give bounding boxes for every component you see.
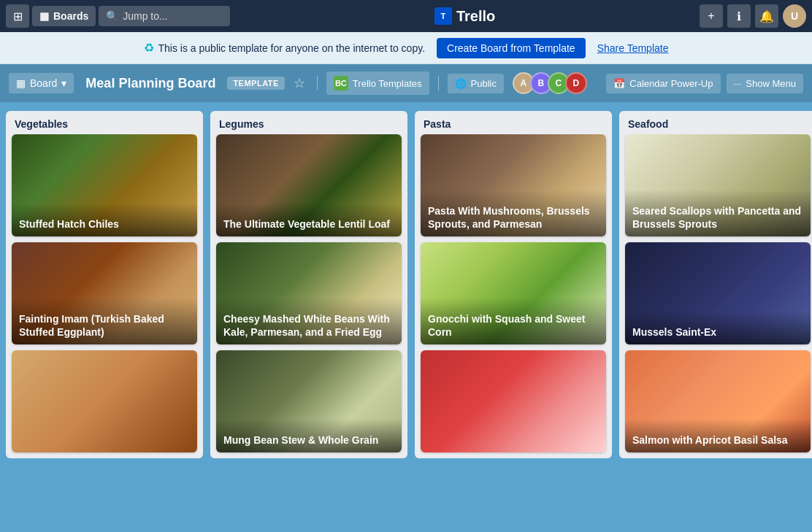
card-mussels[interactable]: Mussels Saint-Ex	[625, 242, 811, 344]
search-bar[interactable]: 🔍 Jump to...	[99, 6, 230, 26]
logo-text: Trello	[456, 8, 495, 25]
banner-message: ♻ This is a public template for anyone o…	[144, 41, 426, 55]
workspace-label: Trello Templates	[353, 78, 422, 89]
card-image-gnocchi: Gnocchi with Squash and Sweet Corn	[421, 242, 606, 344]
home-button[interactable]: ⊞	[6, 4, 29, 28]
card-scallops[interactable]: Seared Scallops with Pancetta and Brusse…	[625, 134, 811, 236]
visibility-button[interactable]: 🌐 Public	[448, 74, 504, 93]
card-title-eggplant: Fainting Imam (Turkish Baked Stuffed Egg…	[12, 298, 197, 344]
show-menu-label: Show Menu	[746, 78, 796, 89]
list-vegetables: VegetablesStuffed Hatch ChilesFainting I…	[6, 111, 203, 458]
card-image-pasta-mushroom: Pasta With Mushrooms, Brussels Sprouts, …	[421, 134, 606, 236]
list-cards-pasta: Pasta With Mushrooms, Brussels Sprouts, …	[415, 134, 612, 458]
top-navigation: ⊞ ▦ Boards 🔍 Jump to... T Trello + ℹ 🔔 U	[0, 0, 812, 32]
info-button[interactable]: ℹ	[727, 4, 751, 28]
card-pasta-bottom[interactable]	[421, 350, 606, 452]
card-mung-bean[interactable]: Mung Bean Stew & Whole Grain	[216, 350, 402, 452]
card-eggplant[interactable]: Fainting Imam (Turkish Baked Stuffed Egg…	[12, 242, 197, 344]
menu-dots-icon: ···	[734, 78, 742, 89]
calendar-label: Calendar Power-Up	[629, 78, 713, 89]
banner-text-content: This is a public template for anyone on …	[158, 42, 426, 54]
card-image-mung-bean: Mung Bean Stew & Whole Grain	[216, 350, 402, 452]
board-menu-button[interactable]: ▦ Board ▾	[9, 73, 74, 93]
board-title: Meal Planning Board	[80, 73, 221, 94]
card-pasta-mushroom[interactable]: Pasta With Mushrooms, Brussels Sprouts, …	[421, 134, 606, 236]
visibility-label: Public	[471, 78, 497, 89]
notifications-button[interactable]: 🔔	[755, 4, 778, 28]
calendar-icon: 📅	[613, 78, 625, 89]
list-cards-vegetables: Stuffed Hatch ChilesFainting Imam (Turki…	[6, 134, 203, 458]
search-icon: 🔍	[106, 10, 118, 22]
card-title-mussels: Mussels Saint-Ex	[625, 311, 811, 344]
boards-icon: ▦	[39, 10, 49, 22]
card-image-stuffed-chiles: Stuffed Hatch Chiles	[12, 134, 197, 236]
divider	[317, 76, 318, 90]
card-image-pasta-bottom	[421, 350, 606, 452]
list-seafood: SeafoodSeared Scallops with Pancetta and…	[619, 111, 812, 458]
card-lentil-loaf[interactable]: The Ultimate Vegetable Lentil Loaf	[216, 134, 402, 236]
board-icon: ▦	[16, 77, 26, 89]
list-legumes: LegumesThe Ultimate Vegetable Lentil Loa…	[210, 111, 407, 458]
card-gnocchi[interactable]: Gnocchi with Squash and Sweet Corn	[421, 242, 606, 344]
card-image-eggplant: Fainting Imam (Turkish Baked Stuffed Egg…	[12, 242, 197, 344]
logo-icon: T	[434, 7, 452, 25]
card-title-salmon: Salmon with Apricot Basil Salsa	[625, 419, 811, 452]
trello-logo: T Trello	[434, 7, 495, 25]
add-button[interactable]: +	[700, 4, 723, 28]
nav-center: T Trello	[233, 7, 697, 25]
search-placeholder: Jump to...	[123, 10, 167, 22]
card-white-beans[interactable]: Cheesy Mashed White Beans With Kale, Par…	[216, 242, 402, 344]
share-template-button[interactable]: Share Template	[597, 42, 669, 54]
user-avatar[interactable]: U	[783, 4, 806, 28]
workspace-icon: BC	[334, 76, 348, 90]
card-title-white-beans: Cheesy Mashed White Beans With Kale, Par…	[216, 298, 402, 344]
nav-actions: + ℹ 🔔 U	[700, 4, 806, 28]
globe-icon: 🌐	[455, 78, 467, 89]
workspace-button[interactable]: BC Trello Templates	[326, 72, 429, 95]
list-cards-legumes: The Ultimate Vegetable Lentil LoafCheesy…	[210, 134, 407, 458]
card-title-lentil-loaf: The Ultimate Vegetable Lentil Loaf	[216, 203, 402, 236]
list-header-pasta: Pasta	[415, 111, 612, 134]
card-title-mung-bean: Mung Bean Stew & Whole Grain	[216, 419, 402, 452]
card-stuffed-chiles[interactable]: Stuffed Hatch Chiles	[12, 134, 197, 236]
card-image-scallops: Seared Scallops with Pancetta and Brusse…	[625, 134, 811, 236]
card-title-stuffed-chiles: Stuffed Hatch Chiles	[12, 203, 197, 236]
show-menu-button[interactable]: ··· Show Menu	[727, 74, 804, 93]
calendar-power-up-button[interactable]: 📅 Calendar Power-Up	[606, 74, 720, 93]
divider-2	[438, 76, 439, 90]
member-avatar-4[interactable]: D	[565, 72, 587, 94]
board-header: ▦ Board ▾ Meal Planning Board TEMPLATE ☆…	[0, 64, 812, 102]
card-image-white-beans: Cheesy Mashed White Beans With Kale, Par…	[216, 242, 402, 344]
list-header-legumes: Legumes	[210, 111, 407, 134]
card-image-mussels: Mussels Saint-Ex	[625, 242, 811, 344]
create-board-button[interactable]: Create Board from Template	[437, 38, 586, 58]
card-salmon[interactable]: Salmon with Apricot Basil Salsa	[625, 350, 811, 452]
star-button[interactable]: ☆	[291, 72, 308, 94]
boards-label: Boards	[53, 10, 88, 22]
board-content: VegetablesStuffed Hatch ChilesFainting I…	[0, 102, 812, 532]
chevron-down-icon: ▾	[61, 77, 66, 89]
card-bottom-veg[interactable]	[12, 350, 197, 452]
header-right: 📅 Calendar Power-Up ··· Show Menu	[606, 74, 803, 93]
template-banner: ♻ This is a public template for anyone o…	[0, 32, 812, 64]
list-cards-seafood: Seared Scallops with Pancetta and Brusse…	[619, 134, 812, 458]
recycle-icon: ♻	[144, 41, 154, 55]
card-image-bottom-veg	[12, 350, 197, 452]
template-badge: TEMPLATE	[227, 77, 284, 90]
card-title-gnocchi: Gnocchi with Squash and Sweet Corn	[421, 298, 606, 344]
list-header-seafood: Seafood	[619, 111, 812, 134]
list-header-vegetables: Vegetables	[6, 111, 203, 134]
list-pasta: PastaPasta With Mushrooms, Brussels Spro…	[415, 111, 612, 458]
workspace-initials: BC	[335, 79, 347, 88]
card-title-scallops: Seared Scallops with Pancetta and Brusse…	[625, 190, 811, 236]
card-image-salmon: Salmon with Apricot Basil Salsa	[625, 350, 811, 452]
card-title-pasta-mushroom: Pasta With Mushrooms, Brussels Sprouts, …	[421, 190, 606, 236]
board-menu-label: Board	[30, 77, 57, 89]
card-image-lentil-loaf: The Ultimate Vegetable Lentil Loaf	[216, 134, 402, 236]
boards-button[interactable]: ▦ Boards	[32, 6, 96, 26]
member-avatars: A B C D	[513, 72, 583, 94]
